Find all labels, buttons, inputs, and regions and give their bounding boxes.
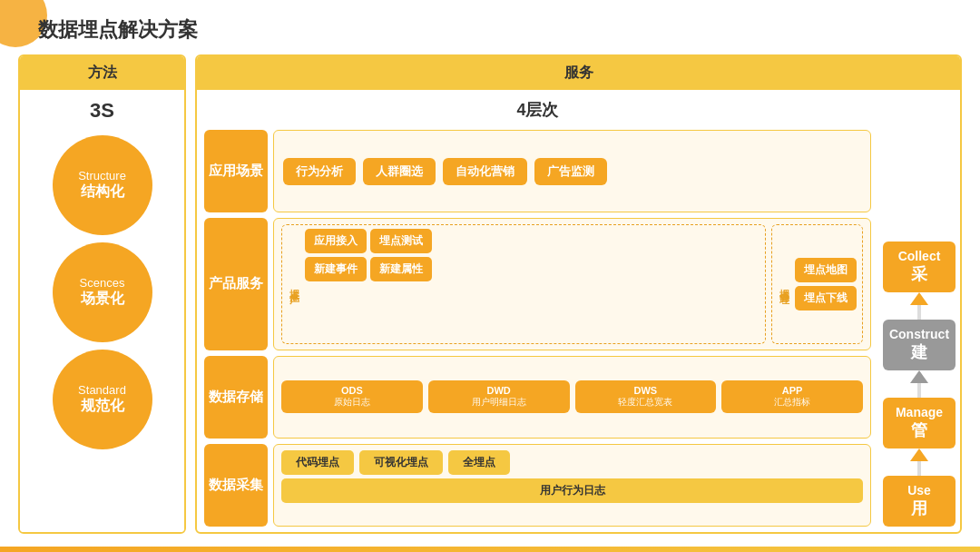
ods-bottom: 原始日志 [334,396,370,409]
arrows-column: Use 用 Manage 管 [878,90,960,532]
circle-scences-en: Scences [80,276,125,290]
right-panel-body: 4层次 应用场景 行为分析 人群圈选 自动化营销 广告监测 产品服务 [197,90,960,532]
content-data-storage: ODS 原始日志 DWD 用户明细日志 DWS 轻度汇总宽表 APP [273,356,871,439]
circle-structure: Structure 结构化 [53,135,152,235]
chip-buried-offline: 埋点下线 [795,286,857,310]
produce-row1: 应用接入 埋点测试 [305,229,760,253]
label-data-storage: 数据存储 [204,356,268,439]
app-top: APP [782,385,803,396]
row-app-scene: 应用场景 行为分析 人群圈选 自动化营销 广告监测 [204,130,871,212]
arrow-construct-en: Construct [889,327,949,341]
arrow-icon-3 [910,292,928,305]
content-app-scene: 行为分析 人群圈选 自动化营销 广告监测 [273,130,871,212]
produce-label: 埋点生产 [288,229,301,340]
arrow-icon-1 [910,448,928,461]
chip-ads: 广告监测 [534,158,607,185]
manage-items: 埋点地图 埋点下线 [795,229,857,340]
inner-content: 4层次 应用场景 行为分析 人群圈选 自动化营销 广告监测 产品服务 [197,90,878,532]
arrow-up-3 [910,292,928,320]
arrow-collect-zh: 采 [911,263,927,285]
chip-visual-buried: 可视化埋点 [359,450,443,475]
arrow-collect: Collect 采 [883,242,956,292]
left-panel-header: 方法 [20,56,184,90]
arrow-use-zh: 用 [911,498,927,519]
chip-user-log: 用户行为日志 [281,478,863,503]
chip-behavior: 行为分析 [283,158,356,185]
arrow-manage-zh: 管 [911,419,927,441]
chip-new-event: 新建事件 [305,257,367,281]
produce-row2: 新建事件 新建属性 [305,257,760,281]
circle-structure-zh: 结构化 [81,182,124,202]
connector-2 [917,383,921,398]
arrow-collect-en: Collect [898,249,941,263]
arrow-construct-block: Construct 建 [883,320,956,370]
circle-standard-en: Standard [78,383,126,397]
row-data-storage: 数据存储 ODS 原始日志 DWD 用户明细日志 DWS 轻度汇总宽表 [204,356,871,439]
connector-3 [917,305,921,320]
chip-marketing: 自动化营销 [443,158,527,185]
chip-buried-test: 埋点测试 [370,229,432,253]
arrow-icon-2 [910,370,928,383]
arrow-use-en: Use [907,483,931,498]
chip-app-connect: 应用接入 [305,229,367,253]
main-container: 方法 3S Structure 结构化 Scences 场景化 Standard… [18,54,962,534]
circle-scences: Scences 场景化 [53,242,152,342]
arrow-construct: Construct 建 [883,320,956,370]
row-product-service: 产品服务 埋点生产 应用接入 埋点测试 新建事件 [204,218,871,350]
buried-manage-section: 埋点管理 埋点地图 埋点下线 [771,224,863,344]
method-subtitle: 3S [90,99,114,123]
arrow-use: Use 用 [883,476,956,527]
chip-code-buried: 代码埋点 [281,450,354,475]
app-bottom: 汇总指标 [774,396,810,409]
left-panel: 方法 3S Structure 结构化 Scences 场景化 Standard… [18,54,186,534]
label-product-service: 产品服务 [204,218,268,350]
row-data-collect: 数据采集 代码埋点 可视化埋点 全埋点 用户行为日志 [204,444,871,527]
buried-produce-section: 埋点生产 应用接入 埋点测试 新建事件 新建属性 [281,224,766,344]
arrow-use-block: Use 用 [883,476,956,527]
chip-new-attr: 新建属性 [370,257,432,281]
label-app-scene: 应用场景 [204,130,268,212]
arrow-up-1 [910,448,928,476]
arrow-construct-zh: 建 [911,341,927,363]
dws-bottom: 轻度汇总宽表 [618,396,672,409]
arrow-manage: Manage 管 [883,398,956,448]
storage-dwd: DWD 用户明细日志 [428,380,570,413]
chip-full-buried: 全埋点 [448,450,510,475]
arrow-up-2 [910,370,928,398]
arrow-manage-en: Manage [896,405,943,419]
collect-bottom-row: 用户行为日志 [281,478,863,503]
circle-scences-zh: 场景化 [81,290,124,309]
bottom-bar [0,547,980,552]
produce-grid: 应用接入 埋点测试 新建事件 新建属性 [305,229,760,340]
connector-1 [917,461,921,476]
ods-top: ODS [341,385,363,396]
right-panel-header: 服务 [197,56,960,90]
collect-top-row: 代码埋点 可视化埋点 全埋点 [281,450,863,475]
chip-crowd: 人群圈选 [363,158,436,185]
storage-dws: DWS 轻度汇总宽表 [575,380,717,413]
circle-standard-zh: 规范化 [81,397,124,416]
arrow-manage-block: Manage 管 [883,398,956,448]
content-data-collect: 代码埋点 可视化埋点 全埋点 用户行为日志 [273,444,871,527]
content-product-service: 埋点生产 应用接入 埋点测试 新建事件 新建属性 [273,218,871,350]
storage-app: APP 汇总指标 [721,380,863,413]
label-data-collect: 数据采集 [204,444,268,527]
dws-top: DWS [634,385,658,396]
dwd-bottom: 用户明细日志 [472,396,526,409]
left-panel-body: 3S Structure 结构化 Scences 场景化 Standard 规范… [20,90,184,532]
storage-ods: ODS 原始日志 [281,380,423,413]
dwd-top: DWD [486,385,510,396]
manage-label: 埋点管理 [778,229,791,340]
right-panel: 服务 4层次 应用场景 行为分析 人群圈选 自动化营销 广告监测 产品服 [195,54,962,534]
arrow-collect-block: Collect 采 [883,242,956,292]
circle-standard: Standard 规范化 [53,350,152,449]
four-levels-title: 4层次 [204,95,871,124]
page-title: 数据埋点解决方案 [38,16,198,44]
circle-structure-en: Structure [78,169,126,182]
chip-buried-map: 埋点地图 [795,258,857,282]
